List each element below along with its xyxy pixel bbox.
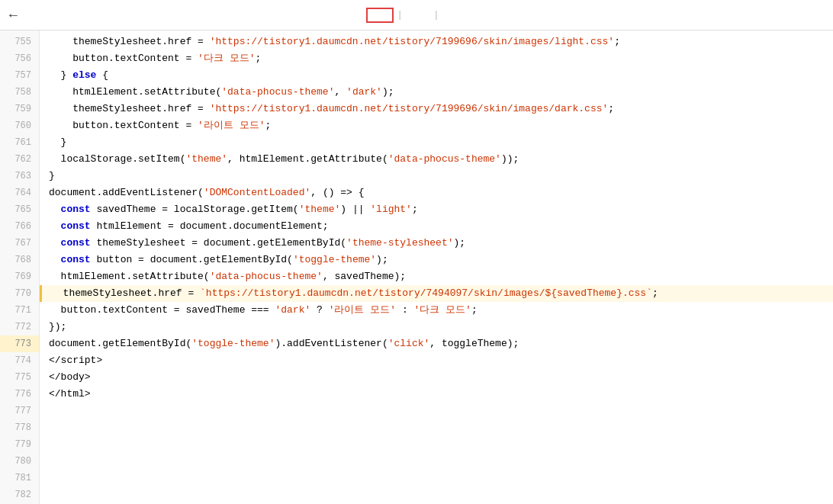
line-number-775: 775 [0,369,39,386]
line-number-779: 779 [0,436,39,453]
code-line-775: button.textContent = savedTheme === 'dar… [40,302,833,319]
line-number-760: 760 [0,117,39,134]
line-number-766: 766 [0,218,39,235]
nav-separator-1: | [394,9,406,21]
code-content[interactable]: themeStylesheet.href = 'https://tistory1… [40,30,833,504]
code-line-767: const savedTheme = localStorage.getItem(… [40,201,833,218]
tab-file-upload[interactable] [442,9,467,21]
line-number-778: 778 [0,419,39,436]
nav-separator-2: | [430,9,442,21]
nav-tabs: | | [366,8,467,23]
tab-html[interactable] [366,8,394,23]
line-number-774: 774 [0,352,39,369]
line-number-762: 762 [0,151,39,168]
code-line-756: button.textContent = '다크 모드'; [40,50,833,67]
code-line-778: document.getElementById('toggle-theme').… [40,335,833,352]
top-nav: ← | | [0,0,833,30]
line-numbers: 7557567577587597607617627637647657667677… [0,30,40,504]
code-line-776: }); [40,319,833,335]
code-line-782: </html> [40,386,833,403]
code-line-761: } [40,134,833,151]
tab-css[interactable] [406,9,430,21]
line-number-758: 758 [0,84,39,101]
code-line-759: themeStylesheet.href = 'https://tistory1… [40,101,833,117]
line-number-773: 773 [0,335,39,352]
code-line-757: } else { [40,67,833,84]
code-line-780: </body> [40,369,833,386]
line-number-759: 759 [0,101,39,117]
code-line-773: themeStylesheet.href = `https://tistory1… [40,285,833,302]
line-number-769: 769 [0,268,39,285]
line-number-776: 776 [0,386,39,403]
line-number-780: 780 [0,453,39,470]
line-number-764: 764 [0,185,39,201]
line-number-782: 782 [0,486,39,503]
line-number-767: 767 [0,235,39,252]
code-line-768: const htmlElement = document.documentEle… [40,218,833,235]
code-line-769: const themeStylesheet = document.getElem… [40,235,833,252]
code-line-760: button.textContent = '라이트 모드'; [40,117,833,134]
line-number-755: 755 [0,34,39,50]
line-number-777: 777 [0,403,39,419]
code-line-763: localStorage.setItem('theme', htmlElemen… [40,151,833,168]
code-line-772: htmlElement.setAttribute('data-phocus-th… [40,268,833,285]
line-number-772: 772 [0,319,39,335]
code-line-758: htmlElement.setAttribute('data-phocus-th… [40,84,833,101]
line-number-768: 768 [0,252,39,268]
line-number-765: 765 [0,201,39,218]
line-number-770: 770 [0,285,39,302]
line-number-757: 757 [0,67,39,84]
line-number-761: 761 [0,134,39,151]
code-line-770: const button = document.getElementById('… [40,252,833,268]
back-button[interactable]: ← [9,8,18,23]
line-number-781: 781 [0,470,39,486]
code-line-755: themeStylesheet.href = 'https://tistory1… [40,34,833,50]
code-line-764: } [40,168,833,185]
code-editor: 7557567577587597607617627637647657667677… [0,30,833,504]
line-number-771: 771 [0,302,39,319]
code-line-766: document.addEventListener('DOMContentLoa… [40,185,833,201]
line-number-763: 763 [0,168,39,185]
line-number-756: 756 [0,50,39,67]
code-line-779: </script> [40,352,833,369]
